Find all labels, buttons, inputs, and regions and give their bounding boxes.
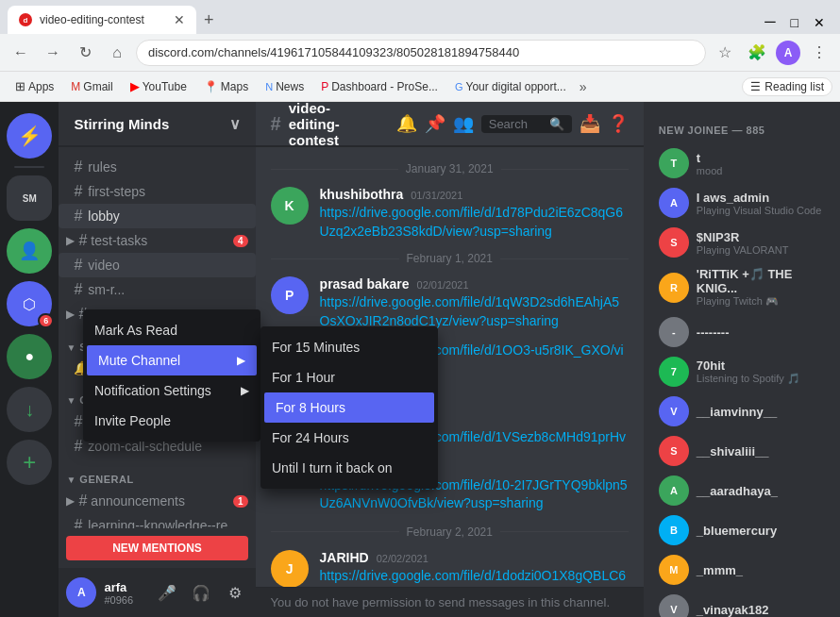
member-item[interactable]: V _vinayak182 [651, 590, 832, 617]
member-item[interactable]: A __aaradhaya_ [651, 471, 832, 510]
channel-item-first-steps[interactable]: # first-steps [59, 179, 255, 204]
channel-item-rules[interactable]: # rules [59, 155, 255, 179]
bookmark-dashboard[interactable]: P Dashboard - ProSe... [313, 78, 445, 95]
address-bar[interactable] [136, 40, 706, 66]
search-bar[interactable]: Search 🔍 [481, 115, 572, 133]
hash-icon: # [74, 183, 82, 200]
hash-icon: # [74, 438, 82, 455]
channel-item-lobby[interactable]: # lobby [59, 204, 255, 228]
back-button[interactable]: ← [8, 40, 34, 66]
member-item[interactable]: S __shivaliii__ [651, 431, 832, 471]
mute-submenu: For 15 Minutes For 1 Hour For 8 Hours Fo… [260, 326, 438, 489]
member-status: mood [697, 165, 723, 176]
mark-as-read-item[interactable]: Mark As Read [83, 315, 260, 345]
channel-name: rules [88, 159, 116, 175]
date-label: January 31, 2021 [406, 162, 494, 175]
bookmark-maps[interactable]: 📍 Maps [196, 78, 256, 95]
member-item[interactable]: T t mood [651, 143, 832, 183]
permission-notice: You do not have permission to send messa… [256, 587, 644, 617]
bookmark-apps[interactable]: ⊞ Apps [8, 77, 61, 95]
category-general[interactable]: ▼ GENERAL [59, 459, 255, 489]
server-icon-download[interactable]: ↓ [7, 387, 52, 432]
notification-badge: 6 [38, 313, 54, 328]
member-item[interactable]: - -------- [651, 312, 832, 352]
date-label: February 1, 2021 [407, 252, 493, 265]
server-header[interactable]: Stirring Minds ∨ [59, 102, 255, 147]
member-status: Playing Twitch 🎮 [697, 295, 825, 308]
member-item[interactable]: A I aws_admin Playing Visual Studio Code [651, 183, 832, 223]
pin-icon[interactable]: 📌 [425, 113, 445, 134]
invite-people-item[interactable]: Invite People [83, 406, 260, 436]
star-button[interactable]: ☆ [712, 40, 738, 66]
channel-item-smr[interactable]: # sm-r... [59, 277, 255, 302]
bookmark-news[interactable]: N News [258, 78, 311, 95]
server-icon-notification[interactable]: ⬡ 6 [7, 281, 52, 326]
hash-icon: # [74, 517, 82, 528]
mute-until-label: Until I turn it back on [272, 460, 393, 475]
reload-button[interactable]: ↻ [72, 40, 98, 66]
headphone-button[interactable]: 🎧 [188, 579, 214, 606]
member-item[interactable]: M _mmm_ [651, 550, 832, 590]
server-icon-stirring[interactable]: SM [7, 175, 52, 221]
bookmark-digital[interactable]: G Your digital opport... [447, 78, 574, 95]
server2-icon: 👤 [19, 241, 40, 261]
reading-list-button[interactable]: ☰ Reading list [742, 77, 832, 96]
channel-item-learning[interactable]: # learning--knowledge--re... [59, 513, 255, 528]
mute-until-item[interactable]: Until I turn it back on [260, 453, 438, 483]
help-icon[interactable]: ❓ [608, 113, 629, 134]
forward-button[interactable]: → [40, 40, 66, 66]
server-name: Stirring Minds [74, 116, 169, 132]
profile-icon[interactable]: A [776, 41, 800, 65]
server-icon-blue[interactable]: 👤 [7, 228, 52, 274]
apps-icon: ⊞ [15, 79, 25, 93]
member-item[interactable]: 7 70hit Listening to Spotify 🎵 [651, 352, 832, 392]
gmail-icon: M [71, 80, 80, 93]
member-item[interactable]: R 'RiTTiK +🎵 THE KNIG... Playing Twitch … [651, 262, 832, 312]
member-item[interactable]: B _bluemercury [651, 510, 832, 550]
mute-channel-item[interactable]: Mute Channel ▶ [87, 345, 257, 375]
chevron-icon: ▼ [66, 395, 76, 406]
inbox-icon[interactable]: 📥 [580, 113, 600, 134]
mute-15min-item[interactable]: For 15 Minutes [260, 332, 438, 362]
notification-settings-item[interactable]: Notification Settings ▶ [83, 375, 260, 406]
server-icon-discord[interactable]: ⚡ [7, 113, 52, 158]
bookmark-youtube[interactable]: ▶ YouTube [123, 77, 194, 95]
discord-logo-icon: ⚡ [18, 125, 42, 147]
tab-favicon: d [19, 13, 32, 26]
google-icon: G [455, 81, 463, 92]
channel-item-video[interactable]: # video [59, 253, 255, 277]
mute-24hours-item[interactable]: For 24 Hours [260, 423, 438, 453]
member-item[interactable]: V __iamvinny__ [651, 392, 832, 431]
bookmarks-overflow-icon[interactable]: » [576, 77, 591, 96]
mute-1hour-item[interactable]: For 1 Hour [260, 362, 438, 392]
home-button[interactable]: ⌂ [104, 40, 130, 66]
mute-8hours-item[interactable]: For 8 Hours [264, 392, 434, 423]
bookmark-gmail[interactable]: M Gmail [63, 78, 120, 95]
minimize-button[interactable]: ─ [757, 9, 782, 34]
channel-item-announcements[interactable]: ▶ # announcements 1 [59, 489, 255, 513]
maximize-button[interactable]: □ [783, 11, 806, 34]
members-category: NEW JOINEE — 885 [644, 117, 840, 143]
submenu-arrow-icon: ▶ [237, 354, 245, 367]
channel-item-test-tasks[interactable]: ▶ # test-tasks 4 [59, 228, 255, 253]
extensions-button[interactable]: 🧩 [744, 40, 770, 66]
folder-icon: ▶ [66, 494, 75, 508]
add-server-button[interactable]: + [7, 440, 52, 485]
menu-button[interactable]: ⋮ [806, 40, 832, 66]
server-icon-green[interactable]: ● [7, 334, 52, 379]
settings-button[interactable]: ⚙ [222, 579, 248, 606]
tab-close-icon[interactable]: ✕ [174, 12, 185, 27]
mic-button[interactable]: 🎤 [154, 579, 180, 606]
notification-badge: 4 [233, 235, 248, 247]
new-tab-button[interactable]: + [196, 7, 222, 34]
invite-people-label: Invite People [94, 413, 171, 428]
active-tab[interactable]: d video-editing-contest ✕ [8, 6, 196, 34]
new-mentions-button[interactable]: NEW MENTIONS [66, 536, 247, 560]
member-name: __shivaliii__ [697, 444, 769, 459]
permission-text: You do not have permission to send messa… [271, 595, 610, 609]
member-item[interactable]: S $NIP3R Playing VALORANT [651, 223, 832, 262]
bell-icon[interactable]: 🔔 [396, 113, 417, 134]
member-info: __shivaliii__ [697, 444, 769, 459]
close-window-button[interactable]: ✕ [806, 11, 832, 34]
members-icon[interactable]: 👥 [453, 113, 474, 134]
